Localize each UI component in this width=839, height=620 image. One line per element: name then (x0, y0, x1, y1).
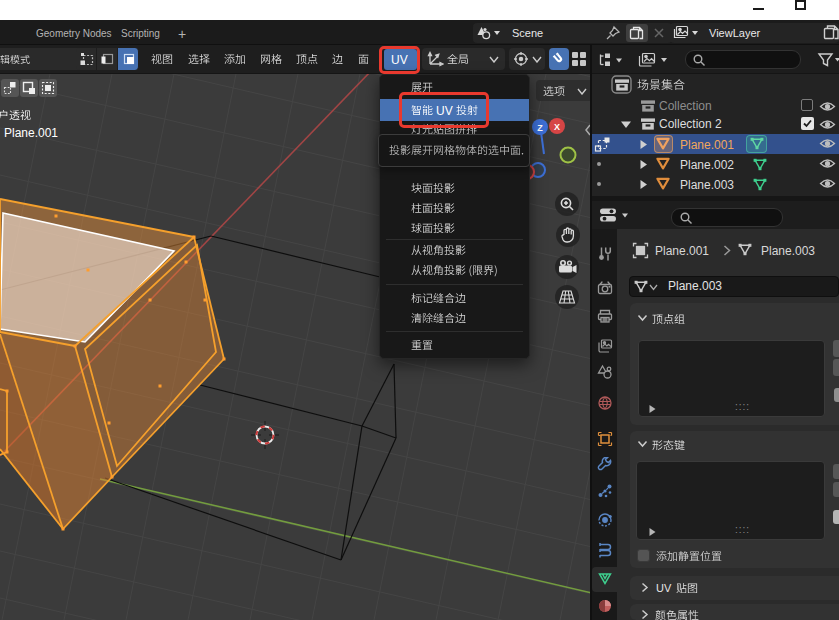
svg-text:X: X (554, 122, 560, 132)
svg-text:Z: Z (537, 123, 543, 133)
